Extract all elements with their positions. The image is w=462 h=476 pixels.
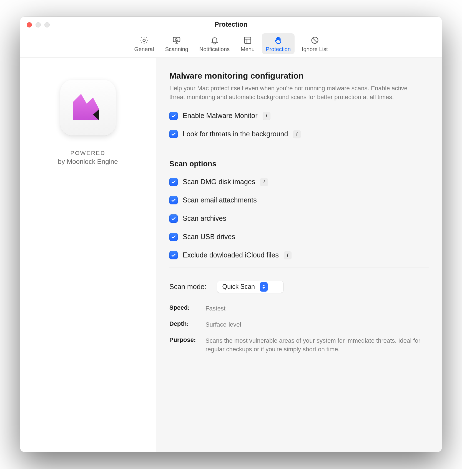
toolbar-label: Menu [241,46,255,52]
svg-point-0 [143,39,145,42]
scan-mode-row: Scan mode: Quick Scan [169,281,429,293]
divider [169,267,429,267]
info-button[interactable]: i [260,178,268,186]
info-button[interactable]: i [293,130,301,138]
bell-icon [210,36,219,45]
scan-mode-details: Speed: Fastest Depth: Surface-level Purp… [169,304,429,354]
ban-icon [310,36,320,45]
option-label: Scan DMG disk images [183,178,255,186]
close-window-button[interactable] [27,22,32,27]
checkbox-exclude-icloud[interactable] [169,251,178,259]
detail-key-speed: Speed: [169,304,205,313]
powered-label: POWERED [58,149,118,157]
scan-mode-value: Quick Scan [222,283,255,290]
option-enable-malware-monitor: Enable Malware Monitor i [169,112,429,120]
tab-protection[interactable]: Protection [262,33,295,54]
window-body: POWERED by Moonlock Engine Malware monit… [20,58,442,452]
option-background-threats: Look for threats in the background i [169,130,429,138]
section-title-scan-options: Scan options [169,160,429,168]
tab-menu[interactable]: Menu [237,33,258,54]
option-label: Scan archives [183,214,226,222]
svg-rect-1 [173,37,180,42]
detail-key-purpose: Purpose: [169,336,205,354]
option-label: Scan email attachments [183,196,257,204]
option-label: Exclude dowloaded iCloud files [183,251,279,259]
monitor-search-icon [172,36,181,45]
detail-key-depth: Depth: [169,320,205,329]
option-label: Scan USB drives [183,233,235,241]
zoom-window-button[interactable] [44,22,50,27]
option-scan-email: Scan email attachments [169,196,429,204]
svg-point-2 [175,39,177,40]
svg-rect-3 [245,37,251,44]
toolbar-label: Ignore List [302,46,328,52]
preferences-window: Protection General Scanning Notification… [20,17,442,452]
checkbox-scan-email[interactable] [169,196,178,204]
content-pane: Malware monitoring configuration Help yo… [156,58,442,452]
option-exclude-icloud: Exclude dowloaded iCloud files i [169,251,429,259]
detail-val-purpose: Scans the most vulnerable areas of your … [205,336,429,354]
option-scan-dmg: Scan DMG disk images i [169,178,429,186]
app-icon [60,80,116,136]
layout-icon [243,36,252,45]
checkbox-background-threats[interactable] [169,130,178,138]
traffic-lights [27,22,50,27]
info-button[interactable]: i [284,251,292,259]
checkbox-enable-malware-monitor[interactable] [169,112,178,120]
scan-mode-select[interactable]: Quick Scan [217,281,283,293]
section-title-monitoring: Malware monitoring configuration [169,71,429,81]
divider [169,146,429,146]
gear-icon [139,36,149,45]
window-title: Protection [215,21,248,28]
hand-icon [273,36,283,45]
select-stepper-icon [260,282,268,292]
info-button[interactable]: i [263,112,270,120]
sidebar: POWERED by Moonlock Engine [20,58,156,452]
checkbox-scan-usb[interactable] [169,233,178,241]
toolbar-label: General [134,46,154,52]
checkbox-scan-archives[interactable] [169,214,178,223]
detail-val-depth: Surface-level [205,320,429,329]
option-scan-usb: Scan USB drives [169,233,429,241]
tab-scanning[interactable]: Scanning [161,33,192,54]
powered-engine: by Moonlock Engine [58,158,118,165]
tab-general[interactable]: General [130,33,158,54]
option-label: Look for threats in the background [183,130,288,138]
tab-notifications[interactable]: Notifications [195,33,233,54]
detail-val-speed: Fastest [205,304,429,313]
option-scan-archives: Scan archives [169,214,429,223]
powered-by: POWERED by Moonlock Engine [58,149,118,166]
tab-ignore-list[interactable]: Ignore List [298,33,332,54]
app-glyph-icon [71,92,105,123]
toolbar-label: Protection [266,46,291,52]
toolbar: General Scanning Notifications Menu Prot… [20,32,442,58]
section-desc-monitoring: Help your Mac protect itself even when y… [169,84,425,102]
option-label: Enable Malware Monitor [183,112,258,120]
toolbar-label: Notifications [199,46,230,52]
titlebar: Protection [20,17,442,32]
minimize-window-button[interactable] [36,22,41,27]
scan-mode-label: Scan mode: [169,283,206,291]
checkbox-scan-dmg[interactable] [169,178,178,186]
toolbar-label: Scanning [165,46,188,52]
